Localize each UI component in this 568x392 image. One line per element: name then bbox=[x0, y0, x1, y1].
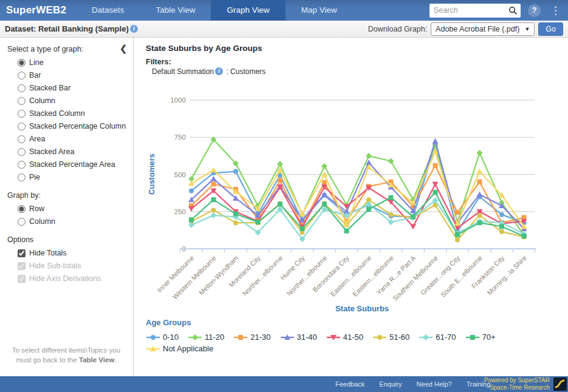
superstar-logo[interactable] bbox=[553, 377, 567, 391]
legend-item-0-10[interactable]: 0-10 bbox=[146, 333, 179, 342]
graph-type-pie-label: Pie bbox=[29, 173, 40, 181]
tab-table-view[interactable]: Table View bbox=[140, 0, 211, 21]
graph-type-stacked-area[interactable]: Stacked Area bbox=[18, 147, 127, 156]
option-hide-totals[interactable]: Hide Totals bbox=[18, 249, 127, 257]
legend-label: 70+ bbox=[482, 333, 496, 342]
tab-graph-view[interactable]: Graph View bbox=[211, 0, 285, 21]
series-marker bbox=[411, 214, 416, 219]
graph-type-stacked-percentage-area[interactable]: Stacked Percentage Area bbox=[18, 160, 127, 169]
x-axis-label: Inner Melbourne bbox=[156, 254, 195, 294]
option-hide-sub-totals-checkbox bbox=[18, 262, 26, 270]
series-marker bbox=[499, 224, 504, 229]
graph-type-pie[interactable]: Pie bbox=[18, 173, 127, 181]
graph-type-list: LineBarStacked BarColumnStacked ColumnSt… bbox=[7, 58, 127, 181]
sidebar-collapse-icon[interactable]: ❮ bbox=[120, 44, 127, 53]
graph-type-line-radio[interactable] bbox=[18, 59, 26, 67]
superstar-logo-icon bbox=[553, 377, 567, 391]
summation-info-icon[interactable]: i bbox=[215, 67, 223, 75]
chevron-down-icon: ▼ bbox=[524, 26, 530, 32]
dataset-info-icon[interactable]: i bbox=[130, 25, 138, 33]
graph-type-area[interactable]: Area bbox=[18, 135, 127, 143]
filter-value: Customers bbox=[230, 67, 265, 76]
x-axis-label: Eastern...elbourne bbox=[351, 254, 395, 298]
search-icon[interactable] bbox=[508, 6, 518, 15]
series-marker bbox=[477, 180, 482, 184]
series-marker bbox=[477, 192, 483, 197]
series-marker bbox=[233, 211, 238, 216]
graph-type-stacked-bar-radio[interactable] bbox=[18, 84, 26, 92]
legend-label: 31-40 bbox=[297, 333, 317, 342]
series-marker bbox=[188, 206, 194, 212]
footer-link-feedback[interactable]: Feedback bbox=[335, 380, 364, 388]
legend-marker-41-50 bbox=[326, 333, 341, 342]
option-hide-axis-derivations: Hide Axis Derivations bbox=[18, 274, 127, 283]
series-marker bbox=[499, 229, 504, 234]
legend-item-61-70[interactable]: 61-70 bbox=[419, 333, 456, 342]
legend-item-11-20[interactable]: 11-20 bbox=[188, 333, 224, 342]
series-marker bbox=[300, 226, 305, 231]
graph-type-stacked-column-radio[interactable] bbox=[18, 110, 26, 118]
series-marker bbox=[211, 167, 217, 172]
series-marker bbox=[499, 212, 504, 217]
download-format-select[interactable]: Adobe Acrobat File (.pdf) ▼ bbox=[431, 22, 535, 36]
filter-line: Default Summationi : Customers bbox=[152, 67, 265, 76]
series-marker bbox=[256, 220, 261, 225]
app-logo: SuperWEB2 bbox=[0, 0, 76, 21]
graph-by-column[interactable]: Column bbox=[18, 217, 127, 226]
graph-by-column-radio[interactable] bbox=[18, 218, 26, 226]
y-axis-tick-label: 750 bbox=[174, 133, 186, 141]
series-marker bbox=[189, 188, 194, 193]
graph-type-column-radio[interactable] bbox=[18, 97, 26, 105]
graph-type-stacked-percentage-area-radio[interactable] bbox=[18, 161, 26, 169]
graph-type-stacked-column-label: Stacked Column bbox=[29, 109, 85, 118]
series-marker bbox=[433, 181, 439, 187]
graph-type-stacked-area-radio[interactable] bbox=[18, 148, 26, 156]
help-icon[interactable]: ? bbox=[528, 4, 541, 17]
series-marker bbox=[321, 163, 327, 169]
graph-by-row[interactable]: Row bbox=[18, 204, 127, 213]
graph-type-stacked-column[interactable]: Stacked Column bbox=[18, 109, 127, 118]
legend-label: Not Applicable bbox=[163, 344, 213, 353]
search-input[interactable] bbox=[434, 6, 508, 15]
series-marker bbox=[433, 190, 438, 195]
overflow-menu-icon[interactable]: ⋮ bbox=[548, 4, 563, 17]
filter-name: Default Summation bbox=[152, 67, 214, 76]
sidebar-note: To select different items\Topics you mus… bbox=[6, 345, 126, 365]
graph-by-list: RowColumn bbox=[7, 204, 127, 226]
legend-item-70+[interactable]: 70+ bbox=[465, 333, 496, 342]
legend-label: 0-10 bbox=[163, 333, 179, 342]
tab-datasets[interactable]: Datasets bbox=[76, 0, 140, 21]
graph-by-row-radio[interactable] bbox=[18, 205, 26, 213]
graph-type-bar[interactable]: Bar bbox=[18, 71, 127, 79]
graph-type-pie-radio[interactable] bbox=[18, 174, 26, 181]
legend-item-21-30[interactable]: 21-30 bbox=[233, 333, 270, 342]
x-axis-label: Morning...la Shire bbox=[485, 254, 527, 296]
graph-type-line[interactable]: Line bbox=[18, 58, 127, 67]
series-marker bbox=[278, 178, 282, 183]
series-marker bbox=[322, 180, 327, 185]
footer-link-need-help[interactable]: Need Help? bbox=[417, 380, 452, 388]
graph-type-column[interactable]: Column bbox=[18, 96, 127, 105]
line-chart: 02505007501000Inner MelbourneWestern Mel… bbox=[146, 82, 565, 319]
chart-legend: Age Groups 0-1011-2021-3031-4041-5051-60… bbox=[146, 318, 559, 353]
legend-item-41-50[interactable]: 41-50 bbox=[326, 333, 363, 342]
series-marker bbox=[278, 202, 282, 207]
graph-type-stacked-percentage-column-radio[interactable] bbox=[18, 123, 26, 130]
series-marker bbox=[477, 220, 482, 225]
graph-type-area-radio[interactable] bbox=[18, 135, 26, 143]
graph-type-stacked-bar[interactable]: Stacked Bar bbox=[18, 84, 127, 92]
series-marker bbox=[433, 138, 439, 143]
legend-item-31-40[interactable]: 31-40 bbox=[280, 333, 317, 342]
graph-type-column-label: Column bbox=[29, 96, 55, 105]
legend-item-not-applicable[interactable]: Not Applicable bbox=[146, 344, 213, 353]
y-axis-tick-label: 250 bbox=[174, 208, 186, 215]
option-hide-totals-checkbox[interactable] bbox=[18, 249, 26, 257]
graph-type-bar-radio[interactable] bbox=[18, 72, 26, 79]
series-marker bbox=[410, 224, 416, 229]
graph-type-stacked-area-label: Stacked Area bbox=[29, 147, 74, 156]
legend-item-51-60[interactable]: 51-60 bbox=[372, 333, 409, 342]
go-button[interactable]: Go bbox=[538, 22, 563, 36]
graph-type-stacked-percentage-column[interactable]: Stacked Percentage Column bbox=[18, 122, 127, 130]
tab-map-view[interactable]: Map View bbox=[286, 0, 353, 21]
footer-link-enquiry[interactable]: Enquiry bbox=[379, 380, 402, 388]
